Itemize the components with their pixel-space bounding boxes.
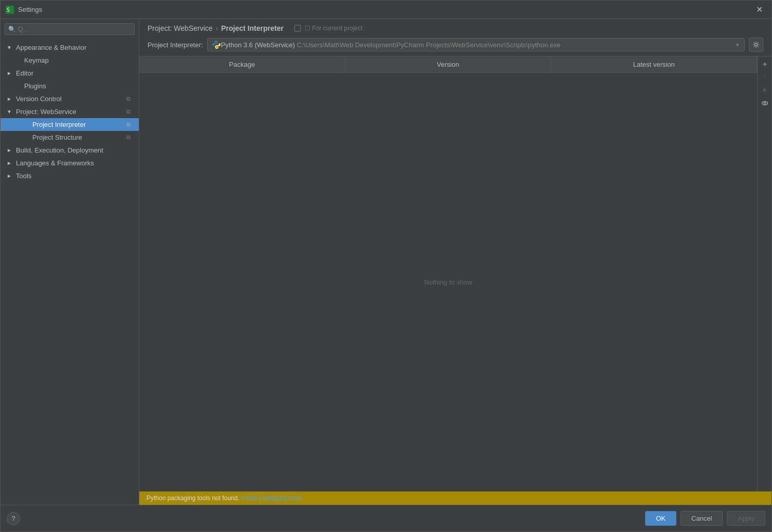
right-panel: Project: WebService › Project Interprete… (139, 19, 771, 505)
remove-package-button[interactable]: － (759, 71, 770, 82)
arrow-icon: ▼ (7, 109, 14, 115)
search-input[interactable] (18, 25, 131, 33)
copy-icon: ⧉ (126, 121, 135, 128)
breadcrumb: Project: WebService › Project Interprete… (148, 24, 763, 32)
interpreter-path: C:\Users\Matt\Web Development\PyCharm Pr… (297, 41, 561, 49)
sidebar-item-tools[interactable]: ► Tools (1, 169, 139, 182)
search-icon: 🔍 (8, 26, 16, 33)
apply-button[interactable]: Apply (727, 511, 765, 526)
show-early-releases-button[interactable] (759, 98, 770, 109)
gear-button[interactable] (749, 37, 763, 52)
gear-icon (752, 41, 760, 48)
arrow-icon: ► (7, 70, 14, 76)
svg-line-11 (754, 46, 755, 47)
svg-line-9 (758, 46, 758, 47)
sidebar-item-version-control[interactable]: ► Version Control ⧉ (1, 92, 139, 105)
arrow-icon: ► (7, 173, 14, 179)
copy-icon: ⧉ (126, 134, 135, 141)
settings-window: S Settings ✕ 🔍 ▼ Appearance & Behavior K… (0, 0, 772, 532)
copy-icon: ⧉ (126, 108, 135, 115)
close-button[interactable]: ✕ (752, 3, 766, 17)
sidebar: 🔍 ▼ Appearance & Behavior Keymap ► Edito… (1, 19, 139, 505)
svg-text:S: S (7, 7, 10, 13)
arrow-icon: ► (7, 160, 14, 166)
search-box[interactable]: 🔍 (5, 23, 135, 35)
arrow-icon: ► (7, 147, 14, 153)
table-container: Package Version Latest version Nothing t… (139, 56, 771, 491)
scroll-up-button[interactable]: ▲ (759, 83, 770, 94)
interpreter-row: Project Interpreter: (148, 37, 763, 52)
status-bar: Python packaging tools not found. Instal… (139, 491, 771, 505)
col-latest: Latest version (551, 56, 757, 72)
table-action-buttons: ＋ － ▲ (757, 56, 771, 491)
window-title: Settings (18, 6, 752, 13)
dropdown-arrow-icon: ▼ (735, 42, 740, 48)
svg-rect-2 (295, 25, 301, 31)
add-package-button[interactable]: ＋ (759, 59, 770, 70)
breadcrumb-current: Project Interpreter (221, 24, 283, 32)
install-link[interactable]: Install packaging tools (241, 495, 302, 502)
for-current-label: ☐ For current project (294, 25, 363, 32)
svg-line-10 (758, 43, 758, 43)
titlebar: S Settings ✕ (1, 1, 771, 19)
interpreter-selector[interactable]: Python 3.6 (WebService) C:\Users\Matt\We… (207, 38, 745, 51)
sidebar-items: ▼ Appearance & Behavior Keymap ► Editor … (1, 39, 139, 505)
arrow-icon: ▼ (7, 45, 14, 50)
table-body: Nothing to show (139, 73, 757, 491)
python-icon (212, 40, 221, 49)
table-header: Package Version Latest version (139, 56, 757, 73)
sidebar-item-appearance[interactable]: ▼ Appearance & Behavior (1, 41, 139, 54)
main-content: 🔍 ▼ Appearance & Behavior Keymap ► Edito… (1, 19, 771, 505)
col-package: Package (139, 56, 345, 72)
ok-button[interactable]: OK (645, 511, 676, 526)
sidebar-item-editor[interactable]: ► Editor (1, 67, 139, 80)
interpreter-text: Python 3.6 (WebService) C:\Users\Matt\We… (221, 41, 733, 49)
app-icon: S (6, 6, 14, 14)
sidebar-item-project-interpreter[interactable]: Project Interpreter ⧉ (1, 118, 139, 131)
cancel-button[interactable]: Cancel (681, 511, 723, 526)
sidebar-item-languages[interactable]: ► Languages & Frameworks (1, 157, 139, 169)
panel-header: Project: WebService › Project Interprete… (139, 19, 771, 56)
breadcrumb-separator: › (216, 24, 218, 32)
bottom-bar: ? OK Cancel Apply (1, 505, 771, 531)
interpreter-label: Project Interpreter: (148, 41, 203, 49)
table-wrapper: Package Version Latest version Nothing t… (139, 56, 757, 491)
sidebar-item-project-structure[interactable]: Project Structure ⧉ (1, 131, 139, 144)
sidebar-item-build[interactable]: ► Build, Execution, Deployment (1, 144, 139, 157)
sidebar-item-keymap[interactable]: Keymap (1, 54, 139, 67)
eye-icon (761, 100, 768, 107)
copy-icon: ⧉ (126, 96, 135, 102)
breadcrumb-project: Project: WebService (148, 24, 213, 32)
status-message: Python packaging tools not found. (146, 495, 240, 502)
svg-point-13 (764, 102, 766, 104)
col-version: Version (345, 56, 552, 72)
svg-line-8 (754, 43, 755, 43)
arrow-icon: ► (7, 96, 14, 102)
dialog-buttons: OK Cancel Apply (645, 511, 765, 526)
help-button[interactable]: ? (7, 512, 20, 525)
empty-message: Nothing to show (424, 278, 472, 286)
sidebar-item-plugins[interactable]: Plugins (1, 80, 139, 92)
sidebar-item-project[interactable]: ▼ Project: WebService ⧉ (1, 105, 139, 118)
checkbox-icon (294, 25, 301, 32)
svg-point-3 (755, 44, 758, 46)
